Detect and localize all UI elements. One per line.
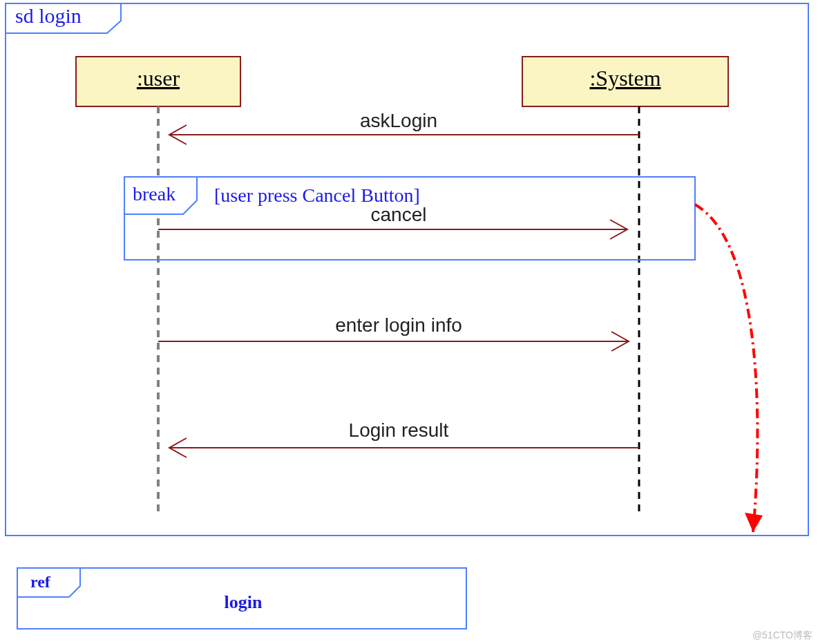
watermark: @51CTO博客	[752, 629, 812, 641]
ref-label: login	[225, 592, 263, 612]
sd-frame-title: sd login	[15, 4, 82, 27]
svg-marker-8	[745, 513, 763, 532]
message-login-result-label: Login result	[349, 419, 449, 441]
lifeline-user-label: :user	[137, 66, 180, 91]
break-guard: [user press Cancel Button]	[214, 184, 420, 206]
lifeline-system-label: :System	[589, 66, 660, 91]
message-login-result: Login result	[169, 419, 639, 457]
message-cancel-label: cancel	[371, 204, 427, 225]
message-enter-login-info-label: enter login info	[335, 314, 462, 336]
message-ask-login-label: askLogin	[360, 110, 437, 131]
lifeline-system: :System	[522, 57, 728, 511]
message-enter-login-info: enter login info	[158, 314, 629, 351]
ref-fragment: ref login	[17, 568, 466, 629]
ref-operator: ref	[30, 573, 51, 591]
lifeline-user: :user	[76, 57, 240, 511]
break-operator: break	[133, 183, 175, 205]
message-ask-login: askLogin	[169, 110, 639, 144]
break-escape-arrow	[695, 205, 763, 532]
break-fragment: break [user press Cancel Button] cancel	[124, 177, 695, 260]
